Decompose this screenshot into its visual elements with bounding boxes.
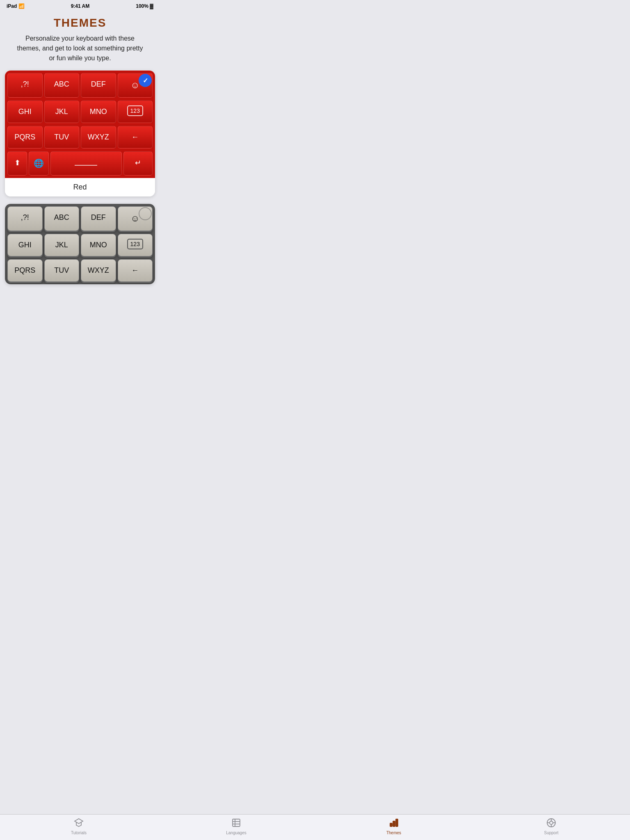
key-123[interactable]: 123 — [118, 100, 153, 123]
tw-key-jkl[interactable]: JKL — [44, 234, 80, 256]
key-def[interactable]: DEF — [81, 73, 116, 98]
key-mno[interactable]: MNO — [81, 100, 116, 123]
key-backspace[interactable]: ← — [118, 126, 153, 148]
key-space[interactable] — [50, 151, 122, 176]
key-wxyz[interactable]: WXYZ — [81, 126, 116, 148]
status-bar: iPad 📶 9:41 AM 100% ▓ — [0, 0, 160, 11]
tw-key-ghi[interactable]: GHI — [7, 234, 43, 256]
emoji-icon: ☺ — [130, 80, 139, 90]
tw-key-def[interactable]: DEF — [81, 206, 116, 231]
tw-key-mno[interactable]: MNO — [81, 234, 116, 256]
tw-kb-row-2: GHI JKL MNO 123 — [7, 233, 153, 257]
key-pqrs[interactable]: PQRS — [7, 126, 43, 148]
status-time: 9:41 AM — [71, 3, 90, 9]
keyboard-preview-typewriter: ,?! ABC DEF ☺ GHI JKL MNO 123 PQRS TUV — [5, 204, 155, 284]
kb-row-3: PQRS TUV WXYZ ← — [7, 125, 153, 149]
key-tuv[interactable]: TUV — [44, 126, 80, 148]
tw-key-abc[interactable]: ABC — [44, 206, 80, 231]
key-jkl[interactable]: JKL — [44, 100, 80, 123]
page-title: THEMES — [0, 16, 160, 30]
tw-key-123[interactable]: 123 — [118, 234, 153, 256]
theme-label-red: Red — [5, 178, 155, 196]
page-subtitle: Personalize your keyboard with these the… — [16, 34, 144, 63]
tw-key-pqrs[interactable]: PQRS — [7, 259, 43, 282]
tw-kb-row-1: ,?! ABC DEF ☺ — [7, 205, 153, 232]
theme-card-typewriter[interactable]: ,?! ABC DEF ☺ GHI JKL MNO 123 PQRS TUV — [5, 204, 155, 284]
key-punctuation[interactable]: ,?! — [7, 73, 43, 98]
tw-kb-row-3: PQRS TUV WXYZ ← — [7, 258, 153, 283]
status-right: 100% ▓ — [136, 3, 153, 9]
tw-key-tuv[interactable]: TUV — [44, 259, 80, 282]
kb-row-1: ,?! ABC DEF ☺ — [7, 72, 153, 98]
key-return[interactable]: ↵ — [123, 151, 153, 176]
unselected-badge — [139, 207, 152, 220]
keyboard-preview-red: ,?! ABC DEF ☺ GHI JKL MNO 123 PQRS TUV — [5, 71, 155, 178]
key-abc[interactable]: ABC — [44, 73, 80, 98]
theme-card-red[interactable]: ,?! ABC DEF ☺ GHI JKL MNO 123 PQRS TUV — [5, 71, 155, 196]
status-left: iPad 📶 — [7, 3, 25, 9]
key-globe[interactable]: 🌐 — [29, 151, 48, 176]
tw-key-backspace[interactable]: ← — [118, 259, 153, 282]
kb-row-2: GHI JKL MNO 123 — [7, 100, 153, 124]
selected-badge — [139, 74, 152, 87]
main-content: iPad 📶 9:41 AM 100% ▓ THEMES Personalize… — [0, 0, 160, 324]
tw-key-wxyz[interactable]: WXYZ — [81, 259, 116, 282]
kb-row-4: ⬆ 🌐 ↵ — [7, 151, 153, 176]
key-ghi[interactable]: GHI — [7, 100, 43, 123]
globe-icon: 🌐 — [34, 159, 44, 168]
tw-key-punctuation[interactable]: ,?! — [7, 206, 43, 231]
key-shift[interactable]: ⬆ — [7, 151, 27, 176]
tw-emoji-icon: ☺ — [130, 213, 139, 224]
